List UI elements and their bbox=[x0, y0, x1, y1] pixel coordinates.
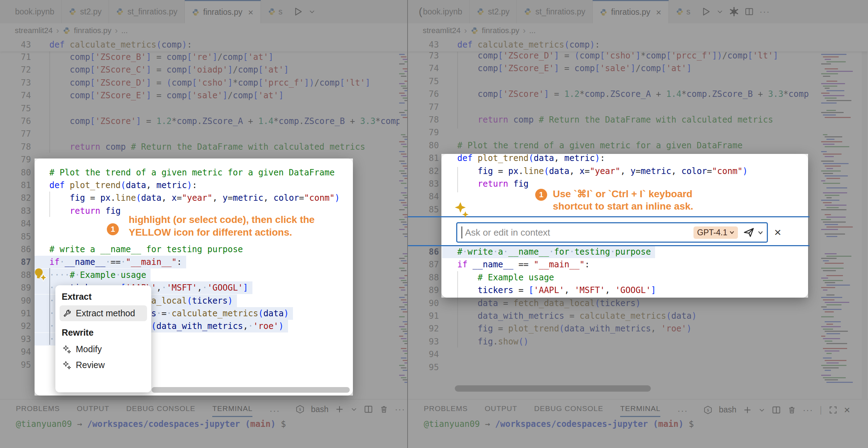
inline-chat-input[interactable]: Ask or edit in context GPT-4.1 bbox=[456, 222, 768, 243]
inline-chat-placeholder: Ask or edit in context bbox=[465, 227, 693, 238]
dim-overlay bbox=[0, 0, 407, 158]
code-line: def plot_trend(data, metric): bbox=[34, 179, 399, 192]
dim-overlay bbox=[0, 158, 35, 396]
menu-item-extract-method[interactable]: Extract method bbox=[60, 305, 147, 321]
annotation-text: YELLOW icon for different actions. bbox=[129, 227, 292, 238]
dim-overlay bbox=[353, 158, 407, 396]
code-line: # write a __name__ for testing purpose bbox=[34, 243, 399, 256]
menu-item-modify[interactable]: Modify bbox=[60, 341, 147, 357]
code-line: if __name__ == "__main__": bbox=[442, 258, 820, 271]
vscode-window: book.ipynbst2.pyst_finratios.pyfinratios… bbox=[0, 0, 868, 448]
sparkles-icon bbox=[62, 345, 72, 354]
chevron-down-icon[interactable] bbox=[758, 231, 763, 235]
code-line: fig = px.line(data, x="year", y=metric, … bbox=[442, 165, 820, 178]
code-line: if·__name__·==·"__main__": bbox=[34, 256, 399, 268]
dim-overlay bbox=[808, 154, 868, 298]
inline-chat-bottom-border bbox=[408, 245, 809, 246]
menu-section-extract: Extract bbox=[62, 292, 145, 302]
menu-item-label: Modify bbox=[76, 344, 102, 354]
indent-guide bbox=[49, 192, 50, 217]
sparkles-icon bbox=[62, 361, 72, 370]
model-selector[interactable]: GPT-4.1 bbox=[693, 226, 738, 239]
dim-overlay bbox=[0, 396, 407, 448]
menu-item-label: Review bbox=[76, 360, 105, 370]
code-line: # Plot the trend of a given metric for a… bbox=[34, 166, 399, 179]
lightbulb-sparkle-icon[interactable] bbox=[33, 267, 48, 282]
chevron-down-icon bbox=[729, 231, 734, 234]
code-action-menu: Extract Extract method Rewrite Modify Re… bbox=[55, 285, 151, 392]
text-cursor bbox=[461, 226, 462, 238]
scrollbar-horizontal[interactable] bbox=[152, 387, 350, 393]
code-line: fig = px.line(data, x="year", y=metric, … bbox=[34, 192, 399, 204]
code-line: ····#·Example·usage bbox=[34, 269, 399, 281]
indent-guide bbox=[457, 167, 458, 192]
indent-guide bbox=[49, 268, 50, 345]
model-label: GPT-4.1 bbox=[697, 228, 727, 237]
send-icon[interactable] bbox=[743, 226, 755, 238]
code-line: #·write·a·__name__·for·testing·purpose bbox=[442, 245, 820, 258]
menu-section-rewrite: Rewrite bbox=[62, 328, 145, 338]
dim-overlay bbox=[408, 298, 868, 448]
code-line: tickers = ['AAPL', 'MSFT', 'GOOGL'] bbox=[442, 284, 820, 297]
annotation-text: highlight (or select code), then click t… bbox=[129, 214, 314, 225]
sparkle-icon[interactable] bbox=[455, 202, 470, 218]
menu-item-review[interactable]: Review bbox=[60, 357, 147, 373]
annotation-text: shortcut to start an inline ask. bbox=[553, 201, 693, 212]
inline-chat-close-button[interactable]: × bbox=[771, 226, 784, 238]
dim-overlay bbox=[408, 0, 868, 154]
annotation-text: Use `⌘I` or `Ctrl + I` keyboard bbox=[553, 188, 692, 200]
wrench-icon bbox=[62, 309, 72, 318]
code-line: # Example usage bbox=[442, 271, 820, 284]
step-badge: 1 bbox=[535, 189, 547, 201]
menu-item-label: Extract method bbox=[76, 308, 135, 318]
step-badge: 1 bbox=[107, 223, 119, 235]
dim-overlay bbox=[408, 154, 441, 298]
